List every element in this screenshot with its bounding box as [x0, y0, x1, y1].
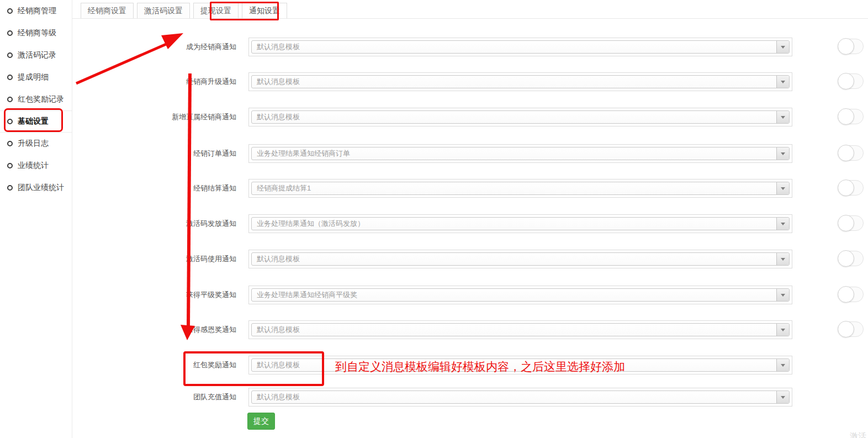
toggle-knob — [838, 215, 854, 231]
chevron-down-icon[interactable] — [776, 111, 789, 123]
select-value: 默认消息模板 — [257, 76, 300, 88]
row-label: 经销订单通知 — [61, 144, 236, 163]
chevron-down-icon[interactable] — [776, 289, 789, 301]
row-label: 团队充值通知 — [61, 388, 236, 407]
template-select-wrapper: 默认消息模板 — [248, 108, 792, 126]
select-value: 业务处理结果通知（激活码发放） — [257, 218, 364, 230]
template-select[interactable]: 默认消息模板 — [251, 40, 790, 54]
template-select[interactable]: 业务处理结果通知经销商订单 — [251, 147, 790, 160]
toggle-knob — [838, 286, 854, 303]
chevron-down-icon[interactable] — [776, 41, 789, 53]
toggle-switch[interactable] — [838, 39, 864, 54]
template-select[interactable]: 默认消息模板 — [251, 358, 790, 372]
row-label: 激活码使用通知 — [61, 250, 236, 268]
form-row: 经销商升级通知 默认消息模板 — [0, 72, 868, 91]
select-value: 默认消息模板 — [257, 111, 300, 123]
template-select[interactable]: 默认消息模板 — [251, 110, 790, 124]
form-row: 成为经销商通知 默认消息模板 — [0, 38, 868, 56]
row-label: 获得平级奖通知 — [61, 286, 236, 304]
row-label: 获得感恩奖通知 — [61, 320, 236, 339]
submit-button[interactable]: 提交 — [247, 413, 275, 430]
template-select-wrapper: 默认消息模板 — [248, 356, 792, 374]
toggle-switch[interactable] — [838, 251, 864, 266]
toggle-switch[interactable] — [838, 73, 864, 89]
toggle-switch[interactable] — [838, 180, 864, 196]
form-row: 激活码使用通知 默认消息模板 — [0, 250, 868, 268]
template-select[interactable]: 默认消息模板 — [251, 252, 790, 266]
toggle-knob — [838, 180, 854, 196]
row-label: 激活码发放通知 — [61, 214, 236, 233]
toggle-knob — [838, 73, 854, 89]
toggle-knob — [838, 108, 854, 125]
template-select-wrapper: 业务处理结果通知（激活码发放） — [248, 214, 792, 233]
row-label: 新增直属经销商通知 — [61, 108, 236, 126]
form-row: 经销订单通知 业务处理结果通知经销商订单 — [0, 144, 868, 163]
page: 经销商管理 经销商等级 激活码记录 提成明细 红包奖励记录 基础设置 升级日志 … — [0, 0, 868, 438]
chevron-down-icon[interactable] — [776, 391, 789, 403]
template-select[interactable]: 经销商提成结算1 — [251, 182, 790, 195]
template-select[interactable]: 默认消息模板 — [251, 323, 790, 336]
row-label: 经销商升级通知 — [61, 72, 236, 91]
select-value: 默认消息模板 — [257, 359, 300, 371]
template-select-wrapper: 默认消息模板 — [248, 38, 792, 56]
form-row: 团队充值通知 默认消息模板 — [0, 388, 868, 407]
select-value: 经销商提成结算1 — [257, 182, 311, 194]
template-select[interactable]: 业务处理结果通知（激活码发放） — [251, 217, 790, 230]
notification-settings-form: 成为经销商通知 默认消息模板 经销商升级通知 默认消息模板 — [0, 0, 868, 438]
toggle-switch[interactable] — [838, 287, 864, 302]
template-select-wrapper: 默认消息模板 — [248, 388, 792, 407]
row-label: 成为经销商通知 — [61, 38, 236, 56]
template-select[interactable]: 默认消息模板 — [251, 75, 790, 88]
select-value: 业务处理结果通知经销商订单 — [257, 147, 350, 160]
template-select-wrapper: 默认消息模板 — [248, 250, 792, 268]
chevron-down-icon[interactable] — [776, 218, 789, 230]
form-row: 获得感恩奖通知 默认消息模板 — [0, 320, 868, 339]
select-value: 默认消息模板 — [257, 41, 300, 53]
toggle-switch[interactable] — [838, 321, 864, 337]
chevron-down-icon[interactable] — [776, 76, 789, 88]
toggle-knob — [838, 321, 854, 337]
select-value: 默认消息模板 — [257, 391, 300, 403]
template-select[interactable]: 业务处理结果通知经销商平级奖 — [251, 288, 790, 302]
form-row: 激活码发放通知 业务处理结果通知（激活码发放） — [0, 214, 868, 233]
corner-watermark-fragment: 激活 — [850, 431, 866, 438]
chevron-down-icon[interactable] — [776, 253, 789, 265]
template-select[interactable]: 默认消息模板 — [251, 390, 790, 404]
template-select-wrapper: 业务处理结果通知经销商平级奖 — [248, 286, 792, 304]
template-select-wrapper: 业务处理结果通知经销商订单 — [248, 144, 792, 163]
select-value: 默认消息模板 — [257, 253, 300, 265]
form-row: 红包奖励通知 默认消息模板 — [0, 356, 868, 374]
toggle-switch[interactable] — [838, 145, 864, 161]
chevron-down-icon[interactable] — [776, 182, 789, 194]
template-select-wrapper: 默认消息模板 — [248, 72, 792, 91]
select-value: 默认消息模板 — [257, 324, 300, 336]
toggle-switch[interactable] — [838, 109, 864, 124]
chevron-down-icon[interactable] — [776, 359, 789, 371]
row-label: 经销结算通知 — [61, 179, 236, 198]
template-select-wrapper: 默认消息模板 — [248, 320, 792, 339]
toggle-knob — [838, 250, 854, 267]
form-row: 新增直属经销商通知 默认消息模板 — [0, 108, 868, 126]
select-value: 业务处理结果通知经销商平级奖 — [257, 289, 357, 301]
row-label: 红包奖励通知 — [61, 356, 236, 374]
toggle-knob — [838, 145, 854, 161]
chevron-down-icon[interactable] — [776, 324, 789, 336]
template-select-wrapper: 经销商提成结算1 — [248, 179, 792, 198]
form-row: 经销结算通知 经销商提成结算1 — [0, 179, 868, 198]
toggle-switch[interactable] — [838, 215, 864, 231]
form-row: 获得平级奖通知 业务处理结果通知经销商平级奖 — [0, 286, 868, 304]
toggle-knob — [838, 38, 854, 55]
chevron-down-icon[interactable] — [776, 147, 789, 160]
